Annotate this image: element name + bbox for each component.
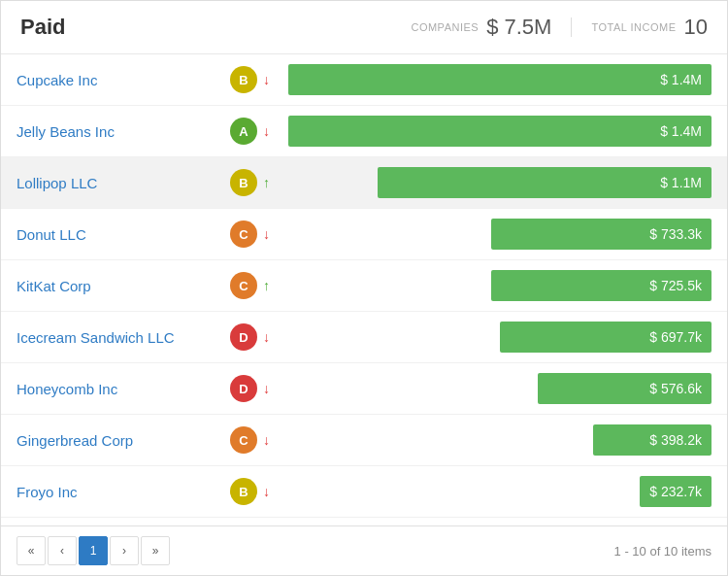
badge-area: B↓ bbox=[230, 66, 288, 93]
table-container[interactable]: Cupcake IncB↓$ 1.4MJelly Beans IncA↓$ 1.… bbox=[1, 54, 727, 525]
income-value: $ 1.1M bbox=[660, 175, 711, 190]
page-title: Paid bbox=[20, 15, 65, 40]
income-bar-area: $ 576.6k bbox=[288, 373, 711, 404]
prev-page-button[interactable]: ‹ bbox=[48, 536, 77, 565]
income-value: 10 bbox=[684, 15, 708, 40]
pagination-bar: « ‹ 1 › » 1 - 10 of 10 items bbox=[1, 525, 727, 575]
company-name[interactable]: Donut LLC bbox=[17, 226, 230, 243]
badge-area: B↑ bbox=[230, 169, 288, 196]
income-value: $ 1.4M bbox=[660, 123, 711, 139]
rating-badge: C bbox=[230, 426, 257, 454]
rating-badge: C bbox=[230, 220, 257, 248]
income-bar-area: $ 1.1M bbox=[288, 167, 711, 198]
income-bar-area: $ 733.3k bbox=[288, 219, 711, 250]
trend-up-icon: ↑ bbox=[263, 175, 270, 190]
table-body: Cupcake IncB↓$ 1.4MJelly Beans IncA↓$ 1.… bbox=[1, 54, 727, 525]
table-row[interactable]: Lollipop LLCB↑$ 1.1M bbox=[1, 157, 727, 209]
income-bar-area: $ 398.2k bbox=[288, 424, 711, 456]
income-value: $ 697.7k bbox=[649, 329, 711, 345]
table-row[interactable]: Gingerbread CorpC↓$ 398.2k bbox=[1, 415, 727, 466]
income-bar-area: $ 697.7k bbox=[288, 322, 711, 353]
table-row[interactable]: Froyo IncB↓$ 232.7k bbox=[1, 466, 727, 518]
income-value: $ 1.4M bbox=[660, 72, 711, 87]
rating-badge: C bbox=[230, 272, 257, 299]
trend-down-icon: ↓ bbox=[263, 432, 270, 448]
badge-area: B↓ bbox=[230, 478, 288, 505]
income-bar bbox=[288, 64, 711, 95]
income-value: $ 733.3k bbox=[649, 226, 711, 242]
trend-down-icon: ↓ bbox=[263, 226, 270, 242]
table-row[interactable]: KitKat CorpC↑$ 725.5k bbox=[1, 260, 727, 312]
trend-down-icon: ↓ bbox=[263, 484, 270, 499]
income-value: $ 398.2k bbox=[649, 432, 711, 448]
trend-down-icon: ↓ bbox=[263, 381, 270, 396]
page-container: Paid COMPANIES $ 7.5M TOTAL INCOME 10 Cu… bbox=[0, 0, 728, 576]
income-label: TOTAL INCOME bbox=[591, 21, 676, 33]
badge-area: A↓ bbox=[230, 118, 288, 145]
header-stats: COMPANIES $ 7.5M TOTAL INCOME 10 bbox=[411, 15, 708, 40]
rating-badge: B bbox=[230, 169, 257, 196]
table-row[interactable]: Cupcake IncB↓$ 1.4M bbox=[1, 54, 727, 106]
income-bar-area: $ 725.5k bbox=[288, 270, 711, 301]
income-value: $ 576.6k bbox=[649, 381, 711, 396]
pagination-controls: « ‹ 1 › » bbox=[17, 536, 170, 565]
table-row[interactable]: Donut LLCC↓$ 733.3k bbox=[1, 209, 727, 260]
rating-badge: D bbox=[230, 323, 257, 351]
current-page-button[interactable]: 1 bbox=[79, 536, 108, 565]
badge-area: C↓ bbox=[230, 426, 288, 454]
income-bar-area: $ 232.7k bbox=[288, 476, 711, 507]
company-name[interactable]: Honeycomb Inc bbox=[17, 381, 230, 397]
income-value: $ 725.5k bbox=[649, 278, 711, 293]
companies-value: $ 7.5M bbox=[486, 15, 551, 40]
income-bar bbox=[288, 116, 711, 147]
income-bar-area: $ 1.4M bbox=[288, 64, 711, 95]
badge-area: D↓ bbox=[230, 375, 288, 402]
company-name[interactable]: Cupcake Inc bbox=[17, 72, 230, 88]
trend-down-icon: ↓ bbox=[263, 123, 270, 139]
badge-area: C↓ bbox=[230, 220, 288, 248]
company-name[interactable]: Froyo Inc bbox=[17, 484, 230, 500]
table-row[interactable]: Jelly Beans IncA↓$ 1.4M bbox=[1, 106, 727, 157]
rating-badge: B bbox=[230, 66, 257, 93]
income-bar-area: $ 1.4M bbox=[288, 116, 711, 147]
company-name[interactable]: Gingerbread Corp bbox=[17, 432, 230, 449]
first-page-button[interactable]: « bbox=[17, 536, 46, 565]
company-name[interactable]: KitKat Corp bbox=[17, 278, 230, 294]
stat-separator bbox=[571, 17, 572, 37]
companies-label: COMPANIES bbox=[411, 21, 479, 33]
table-row[interactable]: Elcair CorpB↓$ 172.6k bbox=[1, 518, 727, 525]
badge-area: D↓ bbox=[230, 323, 288, 351]
last-page-button[interactable]: » bbox=[141, 536, 170, 565]
badge-area: C↑ bbox=[230, 272, 288, 299]
income-value: $ 232.7k bbox=[649, 484, 711, 499]
company-name[interactable]: Jelly Beans Inc bbox=[17, 123, 230, 140]
header: Paid COMPANIES $ 7.5M TOTAL INCOME 10 bbox=[1, 1, 727, 54]
next-page-button[interactable]: › bbox=[110, 536, 139, 565]
pagination-info: 1 - 10 of 10 items bbox=[614, 544, 711, 559]
rating-badge: B bbox=[230, 478, 257, 505]
company-name[interactable]: Lollipop LLC bbox=[17, 175, 230, 191]
trend-down-icon: ↓ bbox=[263, 72, 270, 87]
table-row[interactable]: Icecream Sandwich LLCD↓$ 697.7k bbox=[1, 312, 727, 363]
trend-up-icon: ↑ bbox=[263, 278, 270, 293]
company-name[interactable]: Icecream Sandwich LLC bbox=[17, 329, 230, 346]
table-row[interactable]: Honeycomb IncD↓$ 576.6k bbox=[1, 363, 727, 415]
rating-badge: A bbox=[230, 118, 257, 145]
trend-down-icon: ↓ bbox=[263, 329, 270, 345]
rating-badge: D bbox=[230, 375, 257, 402]
